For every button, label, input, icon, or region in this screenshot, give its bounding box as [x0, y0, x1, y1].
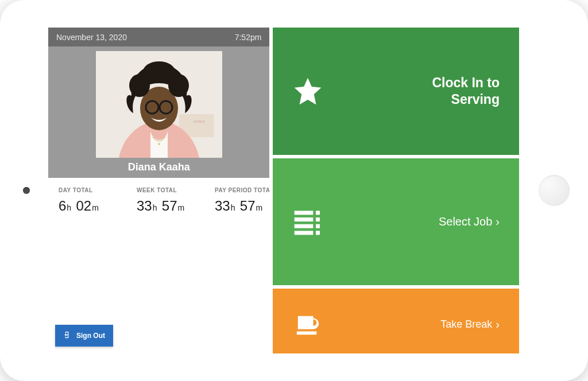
take-break-label: Take Break	[440, 318, 492, 331]
svg-rect-18	[316, 231, 320, 235]
total-value: 6h 02m	[59, 198, 121, 214]
status-time: 7:52pm	[235, 33, 262, 42]
list-icon	[289, 205, 327, 238]
svg-rect-15	[295, 224, 314, 228]
svg-rect-17	[295, 231, 314, 235]
coffee-icon	[289, 312, 327, 338]
app-screen: November 13, 2020 7:52pm notes	[48, 28, 519, 353]
total-label: PAY PERIOD TOTAL	[215, 187, 277, 193]
right-panel: Clock In to Serving Select Job ›	[269, 28, 519, 353]
pay-period-total: PAY PERIOD TOTAL 33h 57m	[215, 187, 277, 214]
left-panel: November 13, 2020 7:52pm notes	[48, 28, 269, 353]
svg-rect-16	[316, 224, 320, 228]
svg-rect-13	[295, 217, 314, 221]
total-label: WEEK TOTAL	[137, 187, 199, 193]
svg-rect-14	[316, 217, 320, 221]
profile-block: notes	[48, 46, 269, 178]
day-total: DAY TOTAL 6h 02m	[59, 187, 121, 214]
star-icon	[289, 75, 327, 107]
chevron-right-icon: ›	[496, 318, 500, 331]
svg-point-3	[158, 143, 160, 145]
sign-out-icon	[63, 331, 72, 341]
employee-photo: notes	[96, 51, 222, 158]
clock-in-label: Clock In to Serving	[413, 75, 500, 108]
device-home-button[interactable]	[539, 175, 570, 206]
svg-rect-12	[316, 211, 320, 215]
total-label: DAY TOTAL	[59, 187, 121, 193]
spacer	[48, 223, 269, 318]
select-job-tile[interactable]: Select Job ›	[273, 158, 519, 286]
select-job-label: Select Job	[439, 215, 492, 229]
week-total: WEEK TOTAL 33h 57m	[137, 187, 199, 214]
chevron-right-icon: ›	[496, 215, 500, 228]
clock-in-tile[interactable]: Clock In to Serving	[273, 28, 519, 155]
svg-rect-11	[295, 211, 314, 215]
sign-out-label: Sign Out	[76, 332, 105, 340]
employee-name: Diana Kaaha	[128, 158, 190, 178]
sign-out-button[interactable]: Sign Out	[55, 325, 113, 347]
status-bar: November 13, 2020 7:52pm	[48, 28, 269, 46]
device-camera	[23, 187, 30, 194]
tablet-frame: November 13, 2020 7:52pm notes	[0, 0, 588, 381]
total-value: 33h 57m	[215, 198, 277, 214]
take-break-tile[interactable]: Take Break ›	[273, 289, 519, 353]
svg-point-10	[143, 61, 175, 82]
svg-text:notes: notes	[194, 119, 205, 124]
signout-row: Sign Out	[48, 318, 269, 353]
totals-row: DAY TOTAL 6h 02m WEEK TOTAL 33h 57m PAY …	[48, 178, 269, 223]
status-date: November 13, 2020	[56, 33, 127, 42]
total-value: 33h 57m	[137, 198, 199, 214]
